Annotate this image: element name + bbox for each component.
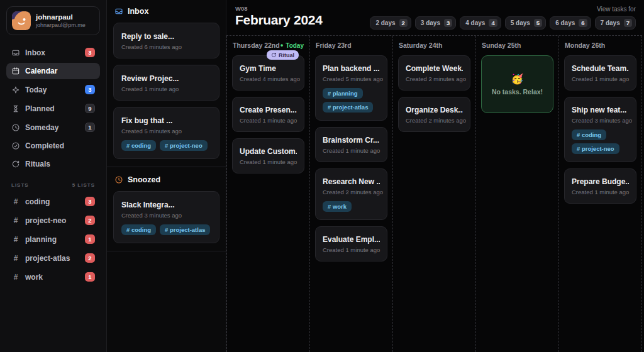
view-button-2-days[interactable]: 2 days 2 xyxy=(370,16,411,30)
refresh-icon xyxy=(11,160,20,168)
view-button-label: 4 days xyxy=(465,19,485,26)
count-badge: 3 xyxy=(85,85,95,94)
check-circle-icon xyxy=(11,141,20,150)
view-button-4-days[interactable]: 4 days 4 xyxy=(460,16,501,30)
task-created-meta: Created 2 minutes ago xyxy=(406,117,463,124)
task-created-meta: Created 1 minute ago xyxy=(323,246,380,253)
task-card[interactable]: Fix bug that ... Created 5 minutes ago #… xyxy=(113,107,219,159)
task-title: Slack Integra... xyxy=(121,201,211,209)
sidebar-item-label: Today xyxy=(25,85,47,94)
task-created-meta: Created 1 minute ago xyxy=(240,158,297,165)
calendar-icon xyxy=(11,67,20,75)
refresh-icon xyxy=(271,52,277,58)
day-card-list: Schedule Team... Created 1 minute ago Sh… xyxy=(564,55,636,204)
task-card[interactable]: Reply to sale... Created 6 minutes ago xyxy=(113,23,219,58)
task-card[interactable]: Review Projec... Created 1 minute ago xyxy=(113,65,219,101)
view-button-key-badge: 4 xyxy=(489,19,497,27)
view-button-label: 5 days xyxy=(511,19,530,26)
empty-state: 🥳 No tasks. Relax! xyxy=(481,55,553,113)
count-badge: 1 xyxy=(85,123,95,132)
today-dot-icon: • xyxy=(280,41,283,49)
sidebar-list-planning[interactable]: # planning 1 xyxy=(6,231,100,248)
sparkle-icon xyxy=(11,85,20,94)
sidebar-item-inbox[interactable]: Inbox 3 xyxy=(6,44,100,61)
task-title: Plan backend ... xyxy=(323,64,380,73)
task-title: Brainstorm Cr... xyxy=(323,136,380,145)
list-item-label: work xyxy=(25,273,43,282)
day-label: Thursday 22nd xyxy=(233,41,280,49)
sidebar-item-planned[interactable]: Planned 9 xyxy=(6,100,100,117)
ritual-badge-label: Ritual xyxy=(279,52,294,58)
view-tasks-controls: View tasks for 2 days 2 3 days 3 4 days … xyxy=(370,5,636,30)
lists-header: LISTS 5 LISTS xyxy=(11,182,95,188)
calendar-main: W08 February 2024 View tasks for 2 days … xyxy=(226,0,644,352)
view-button-label: 3 days xyxy=(421,19,440,26)
day-columns: Thursday 22nd • Today Ritual Gym Time Cr… xyxy=(226,35,642,352)
task-created-meta: Created 3 minutes ago xyxy=(572,117,629,124)
view-button-6-days[interactable]: 6 days 6 xyxy=(550,16,591,30)
sidebar-item-rituals[interactable]: Rituals xyxy=(6,156,100,172)
task-card[interactable]: Research New ... Created 2 minutes ago #… xyxy=(315,168,387,220)
sidebar-item-calendar[interactable]: Calendar xyxy=(6,63,100,79)
tag-chip: # planning xyxy=(323,88,363,99)
task-card[interactable]: Complete Week... Created 2 minutes ago xyxy=(398,55,470,91)
view-button-3-days[interactable]: 3 days 3 xyxy=(415,16,456,30)
task-card[interactable]: Create Presen... Created 1 minute ago xyxy=(232,97,304,132)
task-card[interactable]: Brainstorm Cr... Created 1 minute ago xyxy=(315,127,387,162)
lists-header-label: LISTS xyxy=(11,182,29,188)
sidebar-lists: # coding 3 # project-neo 2 # planning 1 … xyxy=(6,193,100,285)
user-name: johnarpaul xyxy=(36,13,86,21)
sidebar-nav: Inbox 3 Calendar Today 3 Planned 9 Somed… xyxy=(6,44,100,172)
view-button-label: 7 days xyxy=(601,19,620,26)
task-card[interactable]: Prepare Budge... Created 1 minute ago xyxy=(564,168,636,204)
task-created-meta: Created 1 minute ago xyxy=(323,147,380,154)
count-badge: 2 xyxy=(85,216,95,225)
tag-list: # work xyxy=(323,201,380,212)
sidebar-item-label: Inbox xyxy=(25,48,45,57)
tag-chip: # project-neo xyxy=(572,143,619,154)
view-button-5-days[interactable]: 5 days 5 xyxy=(505,16,546,30)
sidebar-list-work[interactable]: # work 1 xyxy=(6,268,100,285)
day-label: Friday 23rd xyxy=(316,41,352,49)
task-card[interactable]: Ship new feat... Created 3 minutes ago #… xyxy=(564,97,636,162)
task-card[interactable]: Schedule Team... Created 1 minute ago xyxy=(564,55,636,91)
day-card-list: Plan backend ... Created 5 minutes ago #… xyxy=(315,55,387,261)
sidebar-item-today[interactable]: Today 3 xyxy=(6,81,100,98)
profile-card[interactable]: johnarpaul johnarpaul@pm.me xyxy=(6,6,100,35)
task-card[interactable]: Slack Integra... Created 3 minutes ago #… xyxy=(113,191,219,243)
sidebar-list-coding[interactable]: # coding 3 xyxy=(6,193,100,210)
list-item-label: coding xyxy=(25,197,50,206)
view-button-key-badge: 7 xyxy=(624,19,632,27)
tag-chip: # coding xyxy=(121,140,156,151)
task-card[interactable]: Plan backend ... Created 5 minutes ago #… xyxy=(315,55,387,121)
task-title: Create Presen... xyxy=(240,106,297,114)
hash-icon: # xyxy=(11,254,20,263)
day-column-saturday-24th: Saturday 24th Complete Week... Created 2… xyxy=(392,36,475,352)
task-title: Research New ... xyxy=(323,177,380,186)
list-item-label: planning xyxy=(25,235,57,244)
day-column-header: Friday 23rd xyxy=(315,40,387,55)
snoozed-section-title: Snoozed xyxy=(128,175,160,184)
view-button-7-days[interactable]: 7 days 7 xyxy=(595,16,636,30)
sidebar-item-label: Calendar xyxy=(25,67,57,75)
count-badge: 9 xyxy=(85,104,95,113)
sidebar-list-project-atlas[interactable]: # project-atlas 2 xyxy=(6,250,100,267)
day-column-header: Saturday 24th xyxy=(398,40,470,55)
sidebar-item-completed[interactable]: Completed xyxy=(6,138,100,154)
today-indicator: • Today xyxy=(280,41,304,49)
inbox-section-header: Inbox xyxy=(113,6,219,16)
hash-icon: # xyxy=(11,197,20,206)
sidebar-item-someday[interactable]: Someday 1 xyxy=(6,119,100,136)
list-item-label: project-neo xyxy=(25,216,66,225)
today-label: Today xyxy=(286,42,304,49)
view-button-key-badge: 3 xyxy=(444,19,452,27)
task-card[interactable]: Update Custom... Created 1 minute ago xyxy=(232,138,304,173)
tag-list: # coding# project-neo xyxy=(572,129,629,154)
task-card[interactable]: Evaluate Empl... Created 1 minute ago xyxy=(315,226,387,261)
section-divider xyxy=(107,167,226,167)
sidebar-list-project-neo[interactable]: # project-neo 2 xyxy=(6,212,100,229)
sidebar-item-label: Completed xyxy=(25,141,64,150)
task-card[interactable]: Organize Desk... Created 2 minutes ago xyxy=(398,97,470,132)
task-title: Evaluate Empl... xyxy=(323,235,380,244)
task-card[interactable]: Ritual Gym Time Created 4 minutes ago xyxy=(232,55,304,91)
